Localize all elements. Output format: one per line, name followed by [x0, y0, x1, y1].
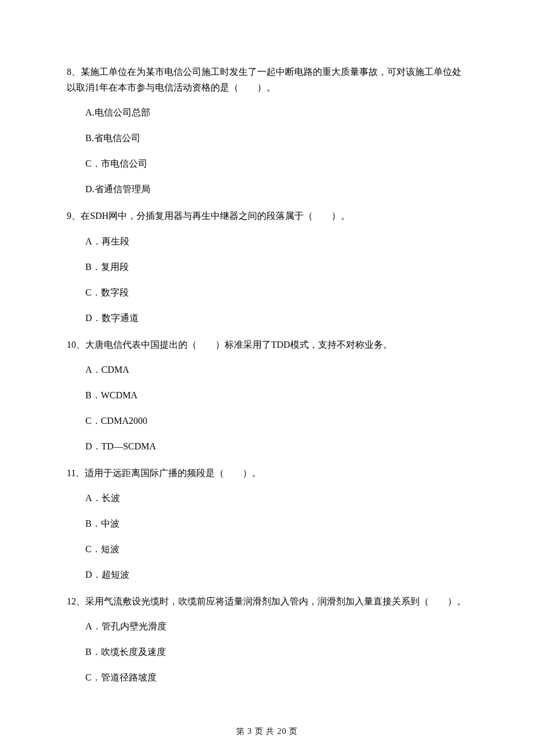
question-11: 11、适用于远距离国际广播的频段是（ ）。 A．长波 B．中波 C．短波 D．超… — [67, 465, 467, 582]
question-number: 11、 — [67, 468, 85, 478]
option-c: C．CDMA2000 — [85, 414, 467, 428]
option-d: D.省通信管理局 — [85, 182, 467, 196]
option-b: B．复用段 — [85, 260, 467, 274]
option-label: C． — [85, 416, 101, 426]
option-c: C．数字段 — [85, 286, 467, 300]
option-text: 再生段 — [102, 236, 129, 246]
question-number: 8、 — [67, 67, 81, 77]
option-d: D．数字通道 — [85, 311, 467, 325]
option-b: B．吹缆长度及速度 — [85, 645, 467, 659]
question-text: 10、大唐电信代表中国提出的（ ）标准采用了TDD模式，支持不对称业务。 — [67, 337, 467, 352]
question-body: 某施工单位在为某市电信公司施工时发生了一起中断电路的重大质量事故，可对该施工单位… — [67, 67, 461, 92]
option-b: B.省电信公司 — [85, 131, 467, 145]
option-c: C．市电信公司 — [85, 157, 467, 171]
question-9: 9、在SDH网中，分插复用器与再生中继器之间的段落属于（ ）。 A．再生段 B．… — [67, 208, 467, 325]
question-body: 大唐电信代表中国提出的（ ）标准采用了TDD模式，支持不对称业务。 — [85, 340, 392, 350]
question-text: 12、采用气流敷设光缆时，吹缆前应将适量润滑剂加入管内，润滑剂加入量直接关系到（… — [67, 593, 467, 609]
option-text: 中波 — [101, 519, 120, 528]
question-text: 8、某施工单位在为某市电信公司施工时发生了一起中断电路的重大质量事故，可对该施工… — [67, 64, 467, 95]
option-text: CDMA — [102, 365, 129, 375]
option-text: 省通信管理局 — [95, 184, 150, 194]
option-text: 短波 — [101, 544, 120, 554]
page-footer: 第 3 页 共 20 页 — [0, 725, 534, 737]
option-text: 超短波 — [102, 570, 129, 579]
option-label: D． — [85, 441, 102, 451]
question-body: 采用气流敷设光缆时，吹缆前应将适量润滑剂加入管内，润滑剂加入量直接关系到（ ）。 — [85, 596, 466, 606]
option-text: WCDMA — [101, 390, 138, 400]
question-8: 8、某施工单位在为某市电信公司施工时发生了一起中断电路的重大质量事故，可对该施工… — [67, 64, 467, 196]
option-d: D．超短波 — [85, 568, 467, 582]
option-a: A.电信公司总部 — [85, 106, 467, 120]
option-label: A． — [85, 365, 102, 375]
option-label: D． — [85, 570, 102, 579]
option-a: A．长波 — [85, 491, 467, 505]
option-a: A．CDMA — [85, 363, 467, 377]
option-b: B．WCDMA — [85, 388, 467, 402]
option-text: 复用段 — [101, 262, 129, 272]
question-text: 11、适用于远距离国际广播的频段是（ ）。 — [67, 465, 467, 481]
option-text: CDMA2000 — [101, 416, 147, 426]
option-text: 市电信公司 — [101, 159, 147, 168]
option-label: B． — [85, 519, 101, 528]
option-text: 数字段 — [101, 287, 129, 297]
question-number: 10、 — [67, 340, 85, 350]
option-label: D． — [85, 313, 102, 323]
option-b: B．中波 — [85, 517, 467, 531]
option-label: A. — [85, 107, 95, 117]
option-text: 电信公司总部 — [95, 107, 150, 117]
option-text: 吹缆长度及速度 — [101, 647, 166, 657]
option-text: 数字通道 — [102, 313, 139, 323]
option-text: 省电信公司 — [94, 133, 140, 143]
option-a: A．再生段 — [85, 235, 467, 249]
option-label: B． — [85, 390, 101, 400]
option-label: A． — [85, 493, 102, 503]
option-label: C． — [85, 544, 101, 554]
option-text: TD—SCDMA — [102, 441, 156, 451]
question-12: 12、采用气流敷设光缆时，吹缆前应将适量润滑剂加入管内，润滑剂加入量直接关系到（… — [67, 593, 467, 685]
option-a: A．管孔内壁光滑度 — [85, 620, 467, 633]
question-text: 9、在SDH网中，分插复用器与再生中继器之间的段落属于（ ）。 — [67, 208, 467, 224]
option-label: B． — [85, 262, 101, 272]
option-d: D．TD—SCDMA — [85, 440, 467, 453]
option-label: C． — [85, 159, 101, 168]
question-10: 10、大唐电信代表中国提出的（ ）标准采用了TDD模式，支持不对称业务。 A．C… — [67, 337, 467, 453]
option-label: A． — [85, 621, 102, 631]
page: 8、某施工单位在为某市电信公司施工时发生了一起中断电路的重大质量事故，可对该施工… — [0, 0, 534, 756]
option-text: 管孔内壁光滑度 — [102, 621, 167, 631]
option-c: C．管道径路坡度 — [85, 671, 467, 685]
option-c: C．短波 — [85, 542, 467, 556]
option-label: A． — [85, 236, 102, 246]
option-text: 管道径路坡度 — [101, 672, 157, 682]
option-label: D. — [85, 184, 95, 194]
option-label: B. — [85, 133, 94, 143]
option-label: B． — [85, 647, 101, 657]
question-number: 9、 — [67, 211, 81, 221]
option-label: C． — [85, 672, 101, 682]
option-label: C． — [85, 287, 101, 297]
question-body: 在SDH网中，分插复用器与再生中继器之间的段落属于（ ）。 — [81, 211, 350, 221]
option-text: 长波 — [102, 493, 120, 503]
question-number: 12、 — [67, 596, 85, 606]
question-body: 适用于远距离国际广播的频段是（ ）。 — [85, 468, 261, 478]
